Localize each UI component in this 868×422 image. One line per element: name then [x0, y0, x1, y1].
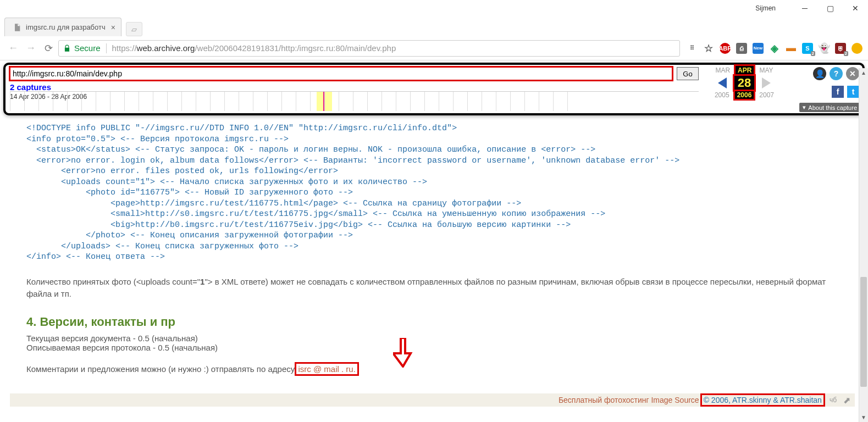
extension-ghost-icon[interactable]: 👻: [819, 43, 830, 54]
extension-skype-icon[interactable]: S2: [802, 43, 813, 54]
adblock-icon[interactable]: ABP: [720, 43, 731, 54]
facebook-share-icon[interactable]: f: [832, 86, 844, 98]
window-minimize-button[interactable]: ─: [792, 0, 817, 16]
window-titlebar: Sijmen ─ ▢ ✕: [0, 0, 868, 16]
contact-email-link[interactable]: isrc @ mail . ru.: [297, 364, 356, 374]
footer-copyright-link[interactable]: © 2006, ATR.skinny & ATR.shaitan: [703, 396, 823, 404]
wayback-help-icon[interactable]: ?: [830, 67, 843, 80]
wayback-prev-month[interactable]: MAR: [715, 66, 730, 74]
window-maximize-button[interactable]: ▢: [817, 0, 843, 16]
annotation-arrow-icon: [393, 338, 413, 369]
tab-title: imgsrc.ru для разработч: [26, 23, 106, 31]
extension-green-icon[interactable]: ◈: [769, 43, 780, 54]
separator: [106, 43, 107, 53]
footer-expand-icon[interactable]: ⬈: [843, 395, 850, 406]
wayback-prev-arrow-icon[interactable]: [718, 77, 727, 88]
extension-grey-icon[interactable]: ⎙: [736, 43, 747, 54]
tab-strip: imgsrc.ru для разработч × ▱: [0, 16, 868, 36]
scroll-down-arrow-icon[interactable]: ▼: [859, 413, 868, 422]
wayback-current-day: 28: [734, 76, 754, 90]
url-text: https://web.archive.org/web/200604281918…: [112, 43, 396, 53]
extension-shield-icon[interactable]: ⛨2: [835, 43, 846, 54]
wayback-calendar: MAR APR MAY 28 2005 2006 2007: [703, 65, 786, 113]
translate-icon[interactable]: ⠿: [687, 43, 698, 54]
browser-toolbar: ← → ⟳ Secure https://web.archive.org/web…: [0, 36, 868, 60]
footer-host-link[interactable]: Бесплатный фотохостинг Image Source: [559, 396, 699, 404]
wayback-captures-link[interactable]: 2 captures: [10, 82, 699, 92]
extension-icons: ⠿ ☆ ABP ⎙ New ◈ ▬ S2 👻 ⛨2: [682, 43, 863, 54]
vertical-scrollbar[interactable]: ▲ ▼: [859, 68, 868, 422]
file-icon: [13, 23, 21, 32]
version-proto-line: Описываемая версия протокола - 0.5 (нача…: [26, 343, 852, 352]
wayback-timeline[interactable]: [10, 91, 699, 111]
tab-close-icon[interactable]: ×: [111, 23, 115, 32]
forward-button[interactable]: →: [23, 41, 38, 56]
page-content: <!DOCTYPE info PUBLIC "-//imgsrc.ru//DTD…: [0, 118, 868, 398]
lock-icon: [63, 45, 71, 52]
twitter-share-icon[interactable]: t: [847, 86, 859, 98]
footer-chb-label[interactable]: чб: [830, 396, 837, 404]
wayback-toolbar: Go 2 captures 14 Apr 2006 - 28 Apr 2006 …: [3, 63, 865, 115]
wayback-next-year[interactable]: 2007: [759, 91, 774, 99]
wayback-url-input[interactable]: [10, 67, 672, 80]
wayback-prev-year[interactable]: 2005: [715, 91, 729, 99]
wayback-current-year: 2006: [735, 91, 754, 99]
window-close-button[interactable]: ✕: [843, 0, 868, 16]
wayback-go-button[interactable]: Go: [677, 67, 699, 80]
browser-tab[interactable]: imgsrc.ru для разработч ×: [4, 18, 121, 36]
secure-indicator: Secure: [63, 43, 101, 53]
wayback-current-month: APR: [736, 66, 754, 75]
window-username: Sijmen: [755, 4, 776, 12]
profile-avatar-icon[interactable]: [852, 43, 863, 54]
scroll-up-arrow-icon[interactable]: ▲: [859, 68, 868, 77]
address-bar[interactable]: Secure https://web.archive.org/web/20060…: [58, 40, 680, 57]
paragraph-uploads-note: Количество принятых фото (<uploads count…: [26, 276, 852, 301]
reload-button[interactable]: ⟳: [41, 41, 56, 56]
extension-new-icon[interactable]: New: [753, 43, 764, 54]
wayback-next-month[interactable]: MAY: [759, 66, 773, 74]
wayback-close-icon[interactable]: ✕: [846, 67, 859, 80]
new-tab-button[interactable]: ▱: [126, 22, 142, 36]
extension-orange-icon[interactable]: ▬: [786, 43, 797, 54]
contact-line: Комментарии и предложения можно (и нужно…: [26, 364, 852, 374]
scrollbar-thumb[interactable]: [860, 277, 867, 387]
wayback-user-icon[interactable]: 👤: [813, 67, 826, 80]
wayback-about-button[interactable]: ▾About this capture: [799, 103, 860, 112]
section-heading-4: 4. Версии, контакты и пр: [26, 315, 852, 329]
back-button[interactable]: ←: [5, 41, 21, 56]
wayback-next-arrow-icon[interactable]: [762, 77, 771, 88]
secure-label: Secure: [74, 43, 101, 53]
version-doc-line: Текущая версия документа - 0.5 (начальна…: [26, 334, 852, 343]
bookmark-star-icon[interactable]: ☆: [703, 43, 714, 54]
page-footer: Бесплатный фотохостинг Image Source © 20…: [10, 393, 855, 407]
xml-code-block: <!DOCTYPE info PUBLIC "-//imgsrc.ru//DTD…: [26, 123, 852, 263]
